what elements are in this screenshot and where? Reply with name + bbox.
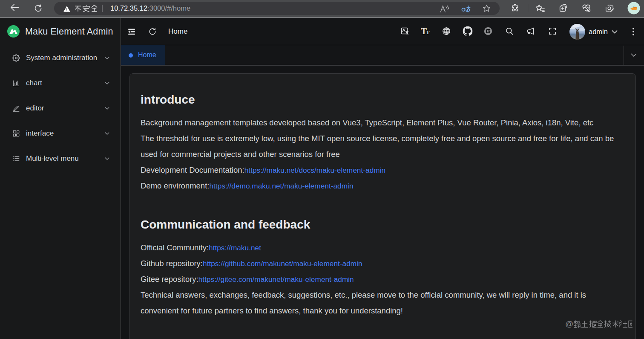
svg-text:T: T (426, 29, 430, 35)
